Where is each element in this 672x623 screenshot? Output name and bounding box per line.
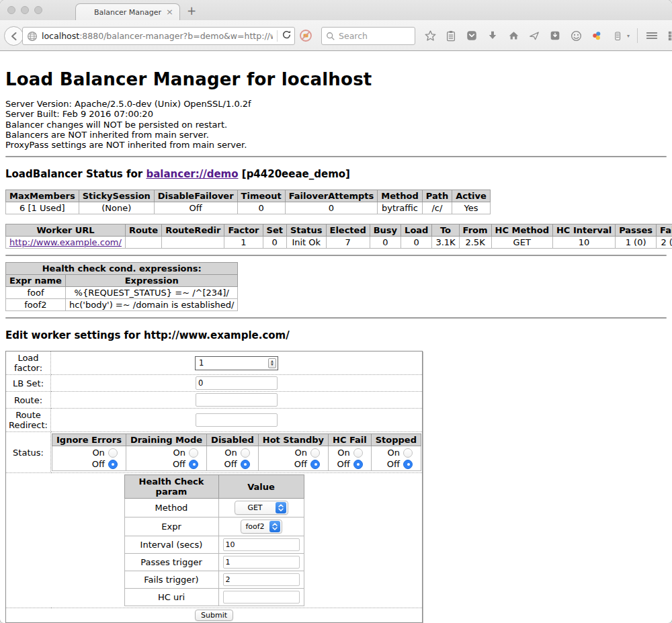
radio-hc-fail-on[interactable] <box>353 448 363 458</box>
reload-button[interactable] <box>282 30 292 42</box>
tab-close-icon[interactable]: × <box>166 7 173 17</box>
expr-row: foof %{REQUEST_STATUS} =~ /^[234]/ <box>6 287 238 299</box>
send-tab-button[interactable] <box>528 29 541 42</box>
col-hc-fail: HC Fail <box>329 434 372 446</box>
method-select[interactable]: GET <box>235 501 288 515</box>
feedback-button[interactable] <box>569 29 583 42</box>
hc-row-method: Method GET <box>124 499 304 517</box>
toolbar-icons: ▾ <box>423 20 672 51</box>
hc-row-uri: HC uri <box>124 589 304 606</box>
route-input[interactable] <box>196 393 278 407</box>
radio-disabled-on[interactable] <box>241 448 250 458</box>
tab-title: Balancer Manager <box>94 8 161 17</box>
reload-icon <box>282 30 292 40</box>
load-factor-input[interactable]: ▲▼ <box>195 356 278 370</box>
search-bar[interactable]: Search <box>321 27 415 45</box>
new-tab-button[interactable]: + <box>187 4 196 17</box>
radio-draining-mode-on[interactable] <box>189 448 198 458</box>
content-blocked-button[interactable] <box>299 29 312 42</box>
page-content: Load Balancer Manager for localhost Serv… <box>0 69 672 623</box>
form-row-status: Status: Ignore Errors Draining Mode Disa… <box>6 432 423 473</box>
divider <box>5 255 667 256</box>
search-icon <box>326 32 335 41</box>
select-stepper-icon <box>276 502 286 513</box>
reader-grid-button[interactable] <box>666 29 672 42</box>
edit-worker-heading: Edit worker settings for http://www.exam… <box>5 329 667 341</box>
route-redirect-input[interactable] <box>196 413 278 427</box>
back-button[interactable] <box>4 26 24 46</box>
form-row-hc-params: Health Check param Value Method GET <box>6 473 423 608</box>
extension-colordots-button[interactable] <box>590 29 603 42</box>
smiley-icon <box>570 30 583 42</box>
worker-row: http://www.example.com/ 1 0 Init Ok 7 0 … <box>6 237 672 249</box>
col-method: Method <box>378 190 422 202</box>
toolbar-divider <box>637 28 638 43</box>
hc-row-fails: Fails trigger) <box>124 571 304 589</box>
col-stickysession: StickySession <box>79 190 154 202</box>
bookmark-star-button[interactable] <box>423 29 437 42</box>
hc-expressions-table: Health check cond. expressions: Expr nam… <box>5 262 238 311</box>
server-version: Server Version: Apache/2.5.0-dev (Unix) … <box>5 99 667 109</box>
radio-ignore-errors-on[interactable] <box>108 448 118 458</box>
downloads-button[interactable] <box>486 29 499 42</box>
col-timeout: Timeout <box>237 190 285 202</box>
hc-uri-input[interactable] <box>223 591 300 604</box>
balancer-link[interactable]: balancer://demo <box>146 168 238 180</box>
fails-input[interactable] <box>223 573 300 586</box>
col-draining-mode: Draining Mode <box>126 434 206 446</box>
lb-status-heading: LoadBalancer Status for balancer://demo … <box>5 168 667 180</box>
radio-stopped-on[interactable] <box>403 448 413 458</box>
divider <box>5 317 667 319</box>
save-to-pocket-button[interactable] <box>548 29 562 42</box>
minimize-window-button[interactable] <box>21 6 29 14</box>
radio-ignore-errors-off[interactable] <box>108 460 118 469</box>
pocket-icon <box>466 30 478 42</box>
hc-row-interval: Interval (secs) <box>124 536 304 554</box>
passes-input[interactable] <box>223 556 300 569</box>
url-divider <box>277 30 278 42</box>
note-persist: Balancer changes will NOT be persisted o… <box>5 120 667 130</box>
server-info: Server Version: Apache/2.5.0-dev (Unix) … <box>5 99 667 150</box>
form-row-load-factor: Load factor: ▲▼ <box>6 351 423 375</box>
radio-hot-standby-on[interactable] <box>310 448 320 458</box>
col-hc-value: Value <box>218 475 304 499</box>
window-controls[interactable] <box>7 6 42 14</box>
close-window-button[interactable] <box>7 6 15 14</box>
radio-stopped-off[interactable] <box>403 460 413 469</box>
radio-hot-standby-off[interactable] <box>310 460 320 469</box>
status-radio-row: On Off On Off On Off <box>52 446 421 471</box>
tab-strip: Balancer Manager × + <box>0 0 672 20</box>
search-placeholder: Search <box>339 31 368 41</box>
globe-icon <box>27 31 38 42</box>
chevron-down-icon[interactable]: ▾ <box>627 33 630 39</box>
url-bar[interactable]: localhost:8880/balancer-manager?b=demo&w… <box>22 27 295 45</box>
col-disablefailover: DisableFailover <box>154 190 237 202</box>
status-header-row: Ignore Errors Draining Mode Disabled Hot… <box>52 434 421 446</box>
home-button[interactable] <box>507 29 520 42</box>
radio-draining-mode-off[interactable] <box>189 460 198 469</box>
menu-button[interactable] <box>645 29 659 42</box>
battery-extension-button[interactable] <box>611 29 624 42</box>
radio-disabled-off[interactable] <box>241 460 250 469</box>
worker-url-link[interactable]: http://www.example.com/ <box>9 237 122 247</box>
url-input[interactable]: localhost:8880/balancer-manager?b=demo&w… <box>42 31 273 41</box>
interval-input[interactable] <box>223 538 300 551</box>
health-check-table: Health Check param Value Method GET <box>124 474 304 606</box>
back-icon <box>9 31 19 42</box>
bookmarks-menu-button[interactable] <box>444 29 458 42</box>
hc-expressions-title: Health check cond. expressions: <box>6 263 238 275</box>
colordots-icon <box>591 30 603 42</box>
expr-select[interactable]: foof2 <box>241 520 282 534</box>
pocket-button[interactable] <box>465 29 478 42</box>
field-label: Route Redirect: <box>6 409 51 432</box>
field-label: Route: <box>6 392 51 409</box>
status-options-table: Ignore Errors Draining Mode Disabled Hot… <box>52 433 421 471</box>
submit-button[interactable]: Submit <box>195 610 233 621</box>
load-factor-field[interactable] <box>198 358 268 368</box>
radio-hc-fail-off[interactable] <box>353 460 363 469</box>
note-balancers: Balancers are NOT inherited from main se… <box>5 130 667 140</box>
lb-set-input[interactable] <box>196 376 278 390</box>
zoom-window-button[interactable] <box>34 6 42 14</box>
tab-balancer-manager[interactable]: Balancer Manager × <box>75 3 180 21</box>
number-stepper-icon[interactable]: ▲▼ <box>268 358 276 368</box>
